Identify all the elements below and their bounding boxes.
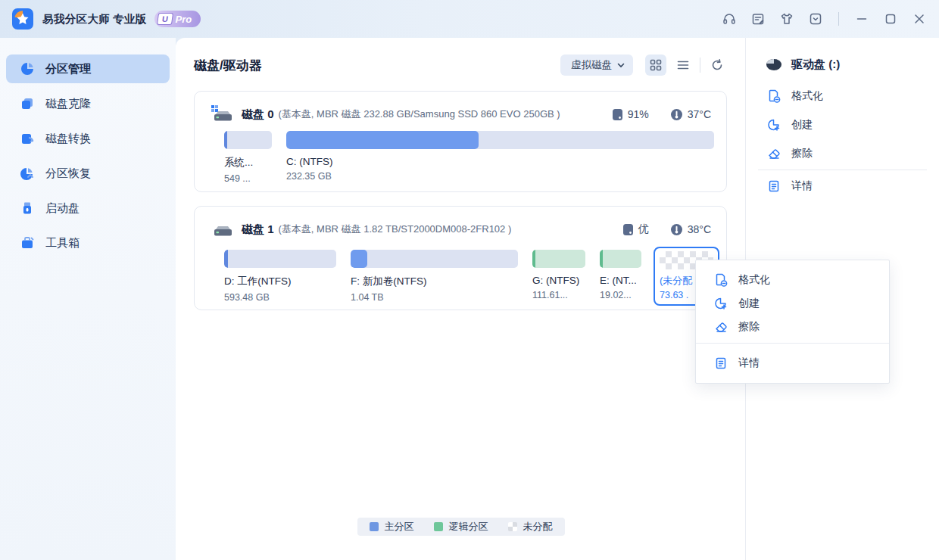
partition-bar[interactable] xyxy=(224,131,272,149)
eraser-icon xyxy=(714,320,728,334)
sidebar-item-toolbox[interactable]: 工具箱 xyxy=(6,229,170,257)
sidebar-item-disk-convert[interactable]: 磁盘转换 xyxy=(6,124,170,153)
eraser-icon xyxy=(767,147,781,160)
disk-card-0: 磁盘 0 (基本盘, MBR 磁盘 232.88 GB/Samsung SSD … xyxy=(194,91,727,192)
unallocated-swatch-icon xyxy=(508,522,517,531)
partition-block-f[interactable]: F: 新加卷(NTFS) 1.04 TB xyxy=(351,250,518,303)
context-menu-item-details[interactable]: 详情 xyxy=(696,348,889,378)
details-icon xyxy=(767,179,781,193)
disk-name: 磁盘 0 xyxy=(242,107,274,122)
disk-info: (基本盘, MBR 磁盘 1.82 TB/ST2000DM008-2FR102 … xyxy=(279,222,512,236)
close-icon xyxy=(912,11,927,26)
titlebar-separator xyxy=(838,12,839,26)
partition-bar[interactable] xyxy=(351,250,518,268)
page-title: 磁盘/驱动器 xyxy=(194,57,262,74)
hdd-disk-icon xyxy=(211,220,232,238)
action-details[interactable]: 详情 xyxy=(746,172,939,201)
partition-bar[interactable] xyxy=(532,250,585,268)
support-button[interactable] xyxy=(720,10,738,28)
controls-separator xyxy=(700,58,700,73)
disk-clone-icon xyxy=(20,96,35,111)
note-edit-icon xyxy=(750,11,766,26)
toolbox-icon xyxy=(20,235,35,250)
partition-bar[interactable] xyxy=(286,131,714,149)
legend-logical: 逻辑分区 xyxy=(434,520,488,534)
minimize-icon xyxy=(854,11,869,26)
action-format[interactable]: 格式化 xyxy=(746,82,939,110)
partition-block-system[interactable]: 系统... 549 ... xyxy=(224,131,272,184)
maximize-icon xyxy=(883,11,898,26)
feedback-button[interactable] xyxy=(749,10,767,28)
action-create[interactable]: 创建 xyxy=(746,110,939,139)
format-icon xyxy=(767,89,781,103)
refresh-button[interactable] xyxy=(707,54,728,76)
bootable-disk-icon xyxy=(20,201,35,216)
partition-bar[interactable] xyxy=(600,250,641,268)
grid-view-icon xyxy=(649,58,663,72)
disk-list-area: 磁盘/驱动器 虚拟磁盘 xyxy=(176,38,746,560)
tshirt-icon xyxy=(779,11,794,26)
ssd-disk-icon xyxy=(211,105,232,123)
titlebar: 易我分区大师 专业版 U Pro xyxy=(0,0,939,38)
chevron-down-icon xyxy=(616,61,625,70)
disk-temperature-badge: 37°C xyxy=(670,108,711,121)
create-icon xyxy=(714,297,728,310)
sidebar-item-partition-recovery[interactable]: 分区恢复 xyxy=(6,159,170,188)
logical-swatch-icon xyxy=(434,522,443,531)
legend-primary: 主分区 xyxy=(370,520,414,534)
disk-filter-dropdown[interactable]: 虚拟磁盘 xyxy=(560,54,633,76)
grid-view-button[interactable] xyxy=(645,54,666,76)
details-icon xyxy=(714,356,728,370)
partition-legend: 主分区 逻辑分区 未分配 xyxy=(357,518,565,536)
refresh-icon xyxy=(710,58,724,72)
theme-button[interactable] xyxy=(778,10,796,28)
close-button[interactable] xyxy=(910,10,928,28)
headset-icon xyxy=(722,11,737,26)
thermometer-icon xyxy=(670,108,683,121)
legend-unallocated: 未分配 xyxy=(508,520,553,534)
menu-button[interactable] xyxy=(806,10,825,28)
create-icon xyxy=(767,118,781,132)
selected-drive-header: 驱动盘 (:) xyxy=(746,53,939,76)
disk-health-badge: 91% xyxy=(612,108,649,121)
thermometer-icon xyxy=(670,223,683,236)
disk-info: (基本盘, MBR 磁盘 232.88 GB/Samsung SSD 860 E… xyxy=(279,107,560,121)
app-logo-icon xyxy=(12,8,33,30)
primary-swatch-icon xyxy=(370,522,379,531)
partition-block-d[interactable]: D: 工作(NTFS) 593.48 GB xyxy=(224,250,336,303)
maximize-button[interactable] xyxy=(881,10,900,28)
partition-block-c[interactable]: C: (NTFS) 232.35 GB xyxy=(286,131,714,182)
app-title: 易我分区大师 专业版 xyxy=(42,12,147,26)
pro-u-icon: U xyxy=(156,13,173,25)
drive-icon xyxy=(766,58,782,71)
minimize-button[interactable] xyxy=(853,10,871,28)
action-wipe[interactable]: 擦除 xyxy=(746,139,939,168)
dropdown-box-icon xyxy=(808,11,823,26)
menu-separator xyxy=(696,343,889,344)
health-icon xyxy=(622,223,634,236)
context-menu: 格式化 创建 擦除 详情 xyxy=(695,260,890,384)
partition-block-g[interactable]: G: (NTFS) 111.61... xyxy=(532,250,585,300)
disk-name: 磁盘 1 xyxy=(242,222,274,237)
context-menu-item-format[interactable]: 格式化 xyxy=(696,268,889,291)
sidebar-item-bootable-disk[interactable]: 启动盘 xyxy=(6,194,170,222)
partition-manager-icon xyxy=(20,61,35,76)
disk-temperature-badge: 38°C xyxy=(670,223,711,236)
sidebar-item-disk-clone[interactable]: 磁盘克隆 xyxy=(6,89,170,118)
list-view-icon xyxy=(676,58,690,72)
disk-health-badge: 优 xyxy=(622,222,649,236)
format-icon xyxy=(714,273,728,287)
partition-block-e[interactable]: E: (NT... 19.02... xyxy=(600,250,641,300)
partition-bar[interactable] xyxy=(224,250,336,268)
health-icon xyxy=(612,108,623,121)
list-view-button[interactable] xyxy=(672,54,694,76)
disk-card-1: 磁盘 1 (基本盘, MBR 磁盘 1.82 TB/ST2000DM008-2F… xyxy=(194,206,727,310)
context-menu-item-create[interactable]: 创建 xyxy=(696,291,889,315)
disk-convert-icon xyxy=(20,131,35,146)
context-menu-item-wipe[interactable]: 擦除 xyxy=(696,315,889,338)
pro-badge: U Pro xyxy=(154,11,201,27)
sidebar-item-partition-manager[interactable]: 分区管理 xyxy=(6,54,170,83)
main-panel: 磁盘/驱动器 虚拟磁盘 xyxy=(176,38,939,560)
panel-separator xyxy=(758,170,927,170)
partition-recovery-icon xyxy=(20,166,35,181)
